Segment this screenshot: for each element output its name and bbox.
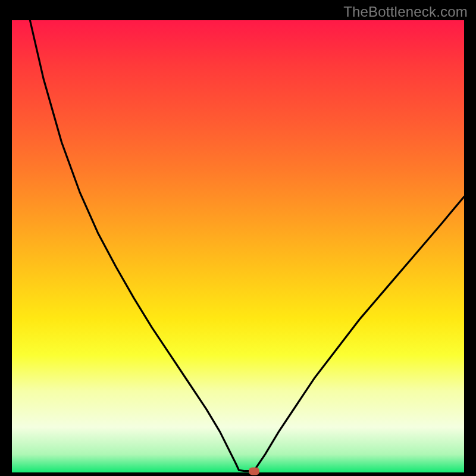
bottleneck-curve [12, 20, 464, 472]
watermark-text: TheBottleneck.com [343, 4, 468, 20]
chart-frame: TheBottleneck.com [0, 0, 476, 476]
minimum-marker [249, 467, 259, 475]
curve-path [30, 20, 464, 471]
plot-area [12, 20, 464, 472]
